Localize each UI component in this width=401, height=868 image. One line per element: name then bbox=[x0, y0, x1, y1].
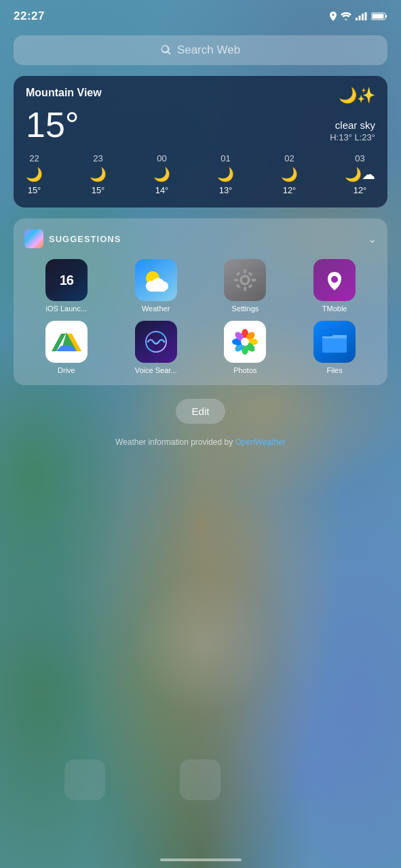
files-svg bbox=[321, 330, 348, 354]
svg-rect-7 bbox=[24, 229, 43, 248]
bottom-apps-row bbox=[0, 760, 401, 800]
settings-app-icon bbox=[224, 259, 266, 301]
suggestions-title-row: SUGGESTIONS bbox=[24, 229, 121, 248]
weather-hour-item: 02 🌙 12° bbox=[281, 153, 298, 195]
weather-app-icon bbox=[135, 259, 177, 301]
app-label: Photos bbox=[233, 366, 256, 374]
weather-hour-time: 22 bbox=[29, 153, 39, 163]
weather-hour-item: 23 🌙 15° bbox=[90, 153, 107, 195]
search-icon bbox=[161, 45, 172, 56]
wifi-icon bbox=[341, 12, 351, 20]
siri-logo bbox=[24, 229, 43, 248]
svg-rect-20 bbox=[248, 283, 253, 288]
weather-header: Mountain View 🌙✨ bbox=[26, 87, 375, 104]
weather-hour-item: 03 🌙☁ 12° bbox=[345, 153, 375, 195]
weather-hour-time: 00 bbox=[157, 153, 166, 163]
footer-text: Weather information provided by OpenWeat… bbox=[0, 437, 401, 447]
search-bar[interactable]: Search Web bbox=[14, 35, 387, 65]
app-label: Settings bbox=[232, 304, 259, 313]
photos-svg bbox=[230, 327, 260, 357]
weather-high: H:13° bbox=[330, 132, 352, 142]
weather-hour-time: 02 bbox=[284, 153, 294, 163]
weather-moon-icon: 🌙✨ bbox=[339, 87, 375, 104]
svg-rect-3 bbox=[365, 12, 367, 20]
edit-button-container: Edit bbox=[0, 399, 401, 424]
weather-right: clear sky H:13° L:23° bbox=[330, 119, 375, 142]
app-item-settings[interactable]: Settings bbox=[204, 259, 288, 313]
weather-hourly: 22 🌙 15° 23 🌙 15° 00 🌙 14° 01 🌙 13° 02 🌙… bbox=[26, 153, 375, 195]
app-item-drive[interactable]: Drive bbox=[24, 321, 109, 374]
app-item-ios-launcher[interactable]: 16 iOS Launc... bbox=[24, 259, 109, 313]
weather-hour-temp: 13° bbox=[219, 185, 233, 195]
status-bar: 22:27 bbox=[0, 0, 401, 30]
svg-rect-17 bbox=[234, 279, 238, 281]
app-item-weather[interactable]: Weather bbox=[114, 259, 198, 313]
app-item-files[interactable]: Files bbox=[292, 321, 377, 374]
weather-widget[interactable]: Mountain View 🌙✨ 15° clear sky H:13° L:2… bbox=[14, 76, 387, 208]
weather-main: 15° clear sky H:13° L:23° bbox=[26, 107, 375, 142]
app-item-voice-search[interactable]: Voice Sear... bbox=[114, 321, 198, 374]
app-label: Weather bbox=[142, 304, 170, 313]
suggestions-widget: SUGGESTIONS ⌄ 16 iOS Launc... Weather bbox=[14, 218, 387, 385]
photos-app-icon bbox=[224, 321, 266, 363]
weather-temperature: 15° bbox=[26, 107, 79, 142]
svg-rect-1 bbox=[359, 16, 361, 20]
drive-svg bbox=[52, 328, 81, 355]
svg-rect-2 bbox=[362, 14, 364, 20]
weather-hour-item: 22 🌙 15° bbox=[26, 153, 43, 195]
signal-icon bbox=[356, 12, 367, 20]
location-icon bbox=[330, 12, 337, 21]
weather-hour-icon: 🌙 bbox=[90, 166, 107, 182]
bottom-app-1 bbox=[64, 760, 105, 800]
svg-point-14 bbox=[242, 277, 248, 283]
weather-hour-temp: 15° bbox=[92, 185, 105, 195]
app-label: Voice Sear... bbox=[135, 366, 177, 374]
status-icons bbox=[330, 12, 387, 21]
bottom-app-3 bbox=[296, 760, 337, 800]
weather-location: Mountain View bbox=[26, 87, 102, 99]
svg-rect-12 bbox=[149, 286, 166, 292]
weather-hour-time: 23 bbox=[93, 153, 102, 163]
svg-rect-19 bbox=[236, 271, 241, 276]
svg-rect-15 bbox=[244, 269, 246, 273]
app-label: Drive bbox=[58, 366, 75, 374]
weather-hour-time: 01 bbox=[221, 153, 230, 163]
weather-hour-icon: 🌙 bbox=[281, 166, 298, 182]
svg-rect-6 bbox=[373, 14, 384, 19]
weather-hour-temp: 15° bbox=[28, 185, 41, 195]
svg-rect-5 bbox=[385, 15, 387, 18]
app-item-photos[interactable]: Photos bbox=[204, 321, 288, 374]
weather-hour-icon: 🌙 bbox=[26, 166, 43, 182]
weather-low: L:23° bbox=[354, 132, 375, 142]
status-time: 22:27 bbox=[14, 9, 45, 23]
weather-hour-item: 01 🌙 13° bbox=[217, 153, 234, 195]
app-label: TMoble bbox=[322, 304, 347, 313]
settings-svg bbox=[232, 267, 258, 293]
weather-hour-icon: 🌙 bbox=[217, 166, 234, 182]
svg-rect-16 bbox=[244, 287, 246, 291]
weather-hour-temp: 12° bbox=[283, 185, 297, 195]
app-label: iOS Launc... bbox=[46, 304, 88, 313]
weather-hour-item: 00 🌙 14° bbox=[153, 153, 170, 195]
weather-condition: clear sky bbox=[330, 119, 375, 131]
search-placeholder: Search Web bbox=[177, 43, 240, 57]
edit-button[interactable]: Edit bbox=[176, 399, 226, 424]
siri-wave-svg bbox=[142, 328, 170, 355]
svg-point-23 bbox=[331, 276, 338, 283]
footer-prefix: Weather information provided by bbox=[115, 437, 235, 447]
apps-grid: 16 iOS Launc... Weather bbox=[24, 259, 377, 374]
app-item-tmoble[interactable]: TMoble bbox=[292, 259, 377, 313]
suggestions-title: SUGGESTIONS bbox=[49, 234, 121, 244]
suggestions-header: SUGGESTIONS ⌄ bbox=[24, 229, 377, 248]
weather-hour-time: 03 bbox=[355, 153, 364, 163]
svg-rect-22 bbox=[248, 271, 253, 276]
weather-hour-temp: 12° bbox=[354, 185, 367, 195]
weather-hl: H:13° L:23° bbox=[330, 132, 375, 142]
files-app-icon bbox=[313, 321, 356, 363]
svg-rect-21 bbox=[236, 283, 241, 288]
chevron-down-icon[interactable]: ⌄ bbox=[368, 233, 377, 245]
svg-rect-0 bbox=[356, 18, 358, 20]
voice-search-app-icon bbox=[135, 321, 177, 363]
openweather-link[interactable]: OpenWeather bbox=[235, 437, 286, 447]
tmoble-svg bbox=[321, 267, 348, 294]
